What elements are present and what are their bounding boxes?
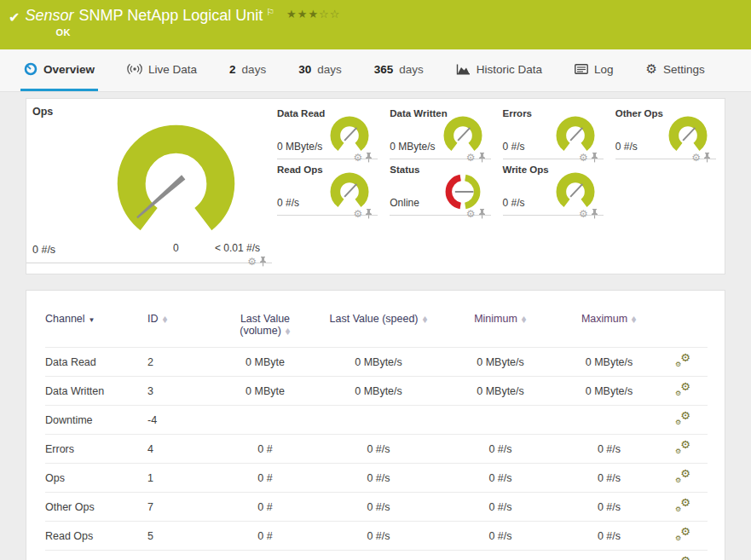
tab-label: days: [399, 63, 424, 76]
channel-gauge: [328, 114, 371, 157]
last-value-volume: 0 #: [214, 464, 316, 493]
channel-settings-icon[interactable]: ⚙⚙: [675, 528, 690, 541]
tab-number: 2: [229, 63, 236, 76]
tab-overview[interactable]: Overview: [20, 49, 98, 91]
maximum: 0 MByte/s: [560, 377, 658, 406]
tab-log[interactable]: Log: [571, 49, 617, 91]
gauge-value: 0 MByte/s: [390, 141, 435, 153]
channel-name[interactable]: Data Written: [45, 377, 147, 406]
stars-empty: ☆☆: [319, 8, 340, 20]
tab-30-days[interactable]: 30 days: [295, 49, 345, 91]
channel-gauge: [554, 114, 597, 157]
column-header-id[interactable]: ID▲▼: [147, 299, 214, 348]
last-value-speed: 0 #/s: [316, 435, 441, 464]
mini-gauge-grid: Data Read 0 MByte/s ⚙ Data Written 0 MBy…: [272, 99, 725, 274]
gauge-label: Errors: [503, 108, 533, 118]
priority-stars[interactable]: ★★★☆☆: [286, 8, 340, 20]
maximum: 0 #/s: [560, 493, 658, 522]
table-row: Data Read 2 0 MByte 0 MByte/s 0 MByte/s …: [45, 348, 708, 377]
gauge-needle: [683, 128, 695, 141]
maximum: 0 #/s: [560, 464, 658, 493]
pin-icon[interactable]: [703, 152, 711, 163]
sort-icon: ▲▼: [631, 316, 637, 323]
gauge-needle: [570, 128, 582, 141]
gauge-actions: ⚙: [579, 208, 598, 219]
gauge-needle: [570, 184, 582, 197]
status-gauge: [442, 170, 484, 213]
channel-settings-icon[interactable]: ⚙⚙: [675, 441, 690, 454]
sort-desc-icon: ▼: [89, 316, 95, 324]
tab-bar: Overview Live Data 2 days 30 days 365 da…: [0, 49, 751, 92]
gear-icon[interactable]: ⚙: [691, 153, 701, 163]
gear-icon[interactable]: ⚙: [353, 209, 362, 219]
gauge-scale-min: 0: [173, 242, 179, 254]
gear-icon[interactable]: ⚙: [247, 257, 257, 267]
gauge-cell-other-ops: Other Ops 0 #/s ⚙: [615, 103, 716, 159]
sort-icon: ▲▼: [285, 328, 291, 335]
primary-gauge: [106, 119, 246, 251]
channel-name[interactable]: Read Ops: [45, 522, 147, 551]
gauge-cell-errors: Errors 0 #/s ⚙: [503, 103, 604, 159]
channel-settings-icon[interactable]: ⚙⚙: [675, 499, 690, 512]
channel-id: -4: [147, 406, 214, 435]
column-header-last-value-volume[interactable]: Last Value (volume)▲▼: [214, 299, 316, 348]
channel-id: 4: [147, 435, 214, 464]
pin-icon[interactable]: [365, 208, 373, 219]
channel-settings-icon[interactable]: ⚙⚙: [675, 383, 690, 396]
table-row: Errors 4 0 # 0 #/s 0 #/s 0 #/s ⚙⚙: [45, 435, 708, 464]
tab-label: Historic Data: [477, 63, 542, 76]
last-value-volume: 0 #: [214, 522, 316, 551]
flag-icon[interactable]: ⚐: [266, 7, 274, 18]
maximum: 0 #/s: [560, 522, 658, 551]
channel-table-panel: Channel▼ ID▲▼ Last Value (volume)▲▼ Last…: [26, 290, 725, 560]
live-data-icon: [127, 63, 142, 75]
gauge-actions: ⚙: [247, 256, 267, 267]
channel-name[interactable]: Downtime: [45, 406, 147, 435]
gauge-label: Status: [390, 165, 419, 175]
channel-settings-icon[interactable]: ⚙⚙: [675, 412, 690, 425]
gauge-cell-data-read: Data Read 0 MByte/s ⚙: [277, 103, 378, 159]
tab-live-data[interactable]: Live Data: [124, 49, 200, 91]
tab-historic-data[interactable]: Historic Data: [453, 49, 546, 91]
column-header-minimum[interactable]: Minimum▲▼: [441, 299, 560, 348]
tab-365-days[interactable]: 365 days: [371, 49, 427, 91]
gear-icon[interactable]: ⚙: [579, 209, 588, 219]
gauge-label: Read Ops: [277, 165, 323, 175]
gear-icon[interactable]: ⚙: [466, 209, 476, 219]
table-row: Data Written 3 0 MByte 0 MByte/s 0 MByte…: [45, 377, 708, 406]
pin-icon[interactable]: [478, 208, 486, 219]
tab-number: 30: [298, 63, 311, 76]
channel-name[interactable]: Status: [45, 551, 147, 560]
channel-name[interactable]: Ops: [45, 464, 147, 493]
minimum: 0 #/s: [441, 435, 560, 464]
primary-gauge-cell-ops: Ops 0 < 0.01 #/s 0 #/s ⚙: [26, 99, 272, 263]
maximum: [560, 406, 658, 435]
channel-name[interactable]: Errors: [45, 435, 147, 464]
column-header-maximum[interactable]: Maximum▲▼: [560, 299, 658, 348]
gauge-scale-max: < 0.01 #/s: [215, 242, 260, 254]
tab-settings[interactable]: ⚙ Settings: [643, 49, 708, 91]
column-header-last-value-speed[interactable]: Last Value (speed)▲▼: [316, 299, 441, 348]
channel-settings-icon[interactable]: ⚙⚙: [675, 354, 690, 367]
channel-settings-icon[interactable]: ⚙⚙: [675, 470, 690, 483]
gauge-value: 0 MByte/s: [277, 141, 322, 153]
minimum: 0 MByte/s: [441, 377, 560, 406]
channel-name[interactable]: Other Ops: [45, 493, 147, 522]
gauge-cell-write-ops: Write Ops 0 #/s ⚙: [503, 159, 604, 216]
tab-2-days[interactable]: 2 days: [226, 49, 269, 91]
channel-name[interactable]: Data Read: [45, 348, 147, 377]
gauge-label: Data Read: [277, 108, 325, 118]
column-header-channel[interactable]: Channel▼: [45, 299, 147, 348]
gauge-value: 0 #/s: [503, 141, 525, 153]
channel-gauge: [554, 170, 597, 213]
pin-icon[interactable]: [259, 256, 267, 267]
tab-label: Live Data: [148, 63, 197, 76]
main-content: Ops 0 < 0.01 #/s 0 #/s ⚙ Data Read: [0, 92, 751, 560]
gauge-needle: [344, 184, 356, 197]
channel-settings-icon[interactable]: ⚙⚙: [675, 557, 690, 560]
status-ok-check-icon: ✔: [9, 9, 20, 26]
last-value-speed: 0 MByte/s: [316, 348, 441, 377]
pin-icon[interactable]: [591, 208, 598, 219]
channel-id: 5: [147, 522, 214, 551]
sensor-title-block: Sensor SNMP NetApp Logical Unit ⚐ ★★★☆☆ …: [25, 7, 340, 38]
